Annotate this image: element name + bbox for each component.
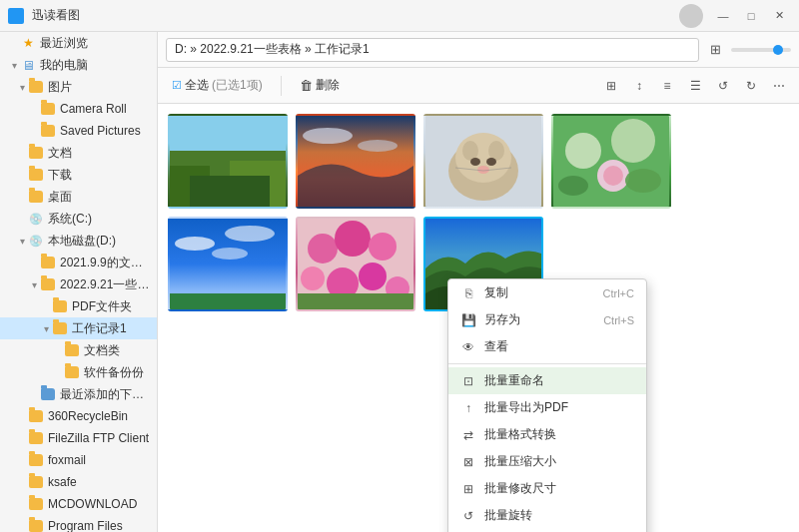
minimize-button[interactable]: — <box>711 4 735 28</box>
zoom-thumb[interactable] <box>773 45 783 55</box>
folder-pictures-icon <box>28 79 44 95</box>
folder-pdf-icon <box>52 298 68 314</box>
ctx-batch-rotate[interactable]: ↺ 批量旋转 <box>448 502 646 529</box>
toggle-pdf <box>40 300 52 312</box>
sidebar-item-programfiles[interactable]: Program Files <box>0 515 157 532</box>
svg-point-34 <box>301 266 325 290</box>
sidebar-item-camera-roll[interactable]: Camera Roll <box>0 98 157 120</box>
trash-icon: 🗑 <box>300 78 313 93</box>
sidebar-item-ksafe[interactable]: ksafe <box>0 471 157 493</box>
zoom-slider[interactable] <box>731 48 791 52</box>
toggle-software <box>52 366 64 378</box>
close-button[interactable]: ✕ <box>767 4 791 28</box>
maximize-button[interactable]: □ <box>739 4 763 28</box>
image-item-2[interactable] <box>296 114 415 209</box>
sidebar-item-recent[interactable]: ★ 最近浏览 <box>0 32 157 54</box>
svg-point-28 <box>225 226 275 242</box>
sidebar-label-360: 360RecycleBin <box>48 409 153 423</box>
sidebar-item-documents[interactable]: 文档 <box>0 142 157 164</box>
address-path[interactable]: D: » 2022.9.21一些表格 » 工作记录1 <box>166 38 699 62</box>
more-btn[interactable]: ⋯ <box>767 74 791 98</box>
sidebar-item-saved-pictures[interactable]: Saved Pictures <box>0 120 157 142</box>
toggle-mypc: ▾ <box>8 59 20 71</box>
ctx-batch-convert[interactable]: ⇄ 批量格式转换 <box>448 421 646 448</box>
image-grid: ⎘ 复制 Ctrl+C 💾 另存为 Ctrl+S 👁 查看 ⊡ 批量重命名 <box>158 104 799 532</box>
context-menu: ⎘ 复制 Ctrl+C 💾 另存为 Ctrl+S 👁 查看 ⊡ 批量重命名 <box>447 278 647 532</box>
window-controls: — □ ✕ <box>711 4 791 28</box>
sidebar-item-work[interactable]: ▾ 工作记录1 <box>0 317 157 339</box>
image-item-1[interactable] <box>168 114 288 209</box>
title-bar: 迅读看图 — □ ✕ <box>0 0 799 32</box>
sidebar-label-filezilla: FileZilla FTP Client <box>48 431 153 445</box>
svg-point-11 <box>462 141 478 161</box>
sidebar-item-software[interactable]: 软件备份份 <box>0 361 157 383</box>
sidebar-item-desktop[interactable]: 桌面 <box>0 186 157 208</box>
ctx-batch-pdf[interactable]: ↑ 批量导出为PDF <box>448 394 646 421</box>
ctx-batch-compress[interactable]: ⊠ 批量压缩大小 <box>448 448 646 475</box>
ctx-copy-shortcut: Ctrl+C <box>603 287 634 299</box>
view-grid-btn[interactable]: ⊞ <box>599 74 623 98</box>
svg-point-29 <box>212 248 248 260</box>
drive-c-icon: 💿 <box>28 211 44 227</box>
detail-btn[interactable]: ☰ <box>683 74 707 98</box>
svg-point-20 <box>611 119 655 163</box>
sidebar-item-pictures[interactable]: ▾ 图片 <box>0 76 157 98</box>
toggle-360 <box>16 410 28 422</box>
svg-point-32 <box>335 221 371 257</box>
delete-btn[interactable]: 🗑 删除 <box>294 74 346 97</box>
sidebar-item-recent-dl[interactable]: 最近添加的下载器的... <box>0 383 157 405</box>
select-all-btn[interactable]: ☑ 全选 (已选1项) <box>166 74 269 97</box>
sidebar-label-2022: 2022.9.21一些表格 <box>60 276 153 293</box>
rotate-left-btn[interactable]: ↺ <box>711 74 735 98</box>
list-view-btn[interactable]: ≡ <box>655 74 679 98</box>
image-item-6[interactable] <box>296 217 415 311</box>
selected-count: (已选1项) <box>212 77 263 94</box>
sidebar-label-recent-dl: 最近添加的下载器的... <box>60 386 153 403</box>
image-item-5[interactable] <box>168 217 288 311</box>
sidebar-label-docs: 文档 <box>48 145 153 162</box>
sidebar-item-doctype[interactable]: 文档类 <box>0 339 157 361</box>
sidebar-item-local-d[interactable]: ▾ 💿 本地磁盘(D:) <box>0 230 157 252</box>
sidebar-item-mypc[interactable]: ▾ 🖥 我的电脑 <box>0 54 157 76</box>
sidebar-item-filezilla[interactable]: FileZilla FTP Client <box>0 427 157 449</box>
sidebar-label-d: 本地磁盘(D:) <box>48 233 153 250</box>
toggle-d: ▾ <box>16 235 28 247</box>
save-icon: 💾 <box>460 312 476 328</box>
folder-camera-icon <box>40 101 56 117</box>
image-item-4[interactable] <box>551 114 671 209</box>
sidebar-label-doctype: 文档类 <box>84 342 153 359</box>
toggle-filezilla <box>16 432 28 444</box>
rotate-right-btn[interactable]: ↻ <box>739 74 763 98</box>
sidebar-item-2022[interactable]: ▾ 2022.9.21一些表格 <box>0 273 157 295</box>
ctx-batch-resize[interactable]: ⊞ 批量修改尺寸 <box>448 475 646 502</box>
resize-icon: ⊞ <box>460 481 476 497</box>
thumbnail-view-btn[interactable]: ⊞ <box>703 38 727 62</box>
ctx-copy[interactable]: ⎘ 复制 Ctrl+C <box>448 279 646 306</box>
main-layout: ★ 最近浏览 ▾ 🖥 我的电脑 ▾ 图片 Camera Roll Saved P… <box>0 32 799 532</box>
ctx-save-as[interactable]: 💾 另存为 Ctrl+S <box>448 306 646 333</box>
app-logo <box>8 8 24 24</box>
svg-point-31 <box>308 234 338 264</box>
folder-software-icon <box>64 364 80 380</box>
sidebar-item-2021[interactable]: 2021.9.9的文件夹 <box>0 252 157 273</box>
toggle-recent <box>8 37 20 49</box>
sidebar-label-c: 系统(C:) <box>48 211 153 228</box>
image-item-3[interactable] <box>423 114 543 209</box>
toggle-saved <box>28 125 40 137</box>
ctx-batch-rename[interactable]: ⊡ 批量重命名 <box>448 367 646 394</box>
sidebar-item-pdf[interactable]: PDF文件夹 <box>0 295 157 317</box>
sidebar-item-360[interactable]: 360RecycleBin <box>0 405 157 427</box>
user-avatar[interactable] <box>679 4 703 28</box>
toggle-mc <box>16 498 28 510</box>
sidebar-item-downloads[interactable]: 下载 <box>0 164 157 186</box>
sort-btn[interactable]: ↕ <box>627 74 651 98</box>
ctx-view[interactable]: 👁 查看 <box>448 333 646 360</box>
sidebar-label-downloads: 下载 <box>48 167 153 184</box>
sidebar-label-work: 工作记录1 <box>72 320 153 337</box>
rotate-icon: ↺ <box>460 508 476 524</box>
svg-point-36 <box>359 263 387 290</box>
sidebar-item-mcdownload[interactable]: MCDOWNLOAD <box>0 493 157 515</box>
sidebar-item-system-c[interactable]: 💿 系统(C:) <box>0 208 157 230</box>
sidebar-item-foxmail[interactable]: foxmail <box>0 449 157 471</box>
sidebar-label-mypc: 我的电脑 <box>40 57 153 74</box>
